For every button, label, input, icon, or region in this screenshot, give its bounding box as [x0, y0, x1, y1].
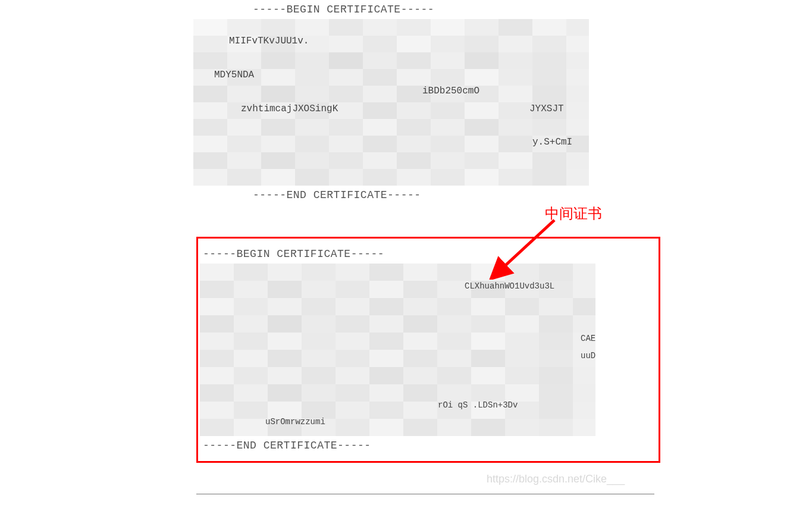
svg-rect-136	[268, 281, 302, 298]
svg-rect-241	[573, 419, 595, 436]
svg-rect-9	[465, 19, 499, 36]
svg-rect-50	[227, 86, 261, 102]
svg-rect-214	[471, 384, 505, 402]
cert1-begin-line: -----BEGIN CERTIFICATE-----	[253, 4, 660, 15]
svg-rect-188	[403, 350, 437, 367]
svg-rect-172	[268, 333, 302, 350]
cert1-fragment-b: MDY5NDA	[214, 70, 254, 80]
svg-rect-151	[369, 298, 403, 315]
svg-rect-107	[532, 152, 566, 169]
svg-rect-211	[369, 384, 403, 402]
svg-rect-170	[200, 333, 234, 350]
svg-rect-3	[261, 19, 295, 36]
svg-rect-145	[573, 281, 595, 298]
svg-rect-86	[227, 136, 261, 152]
svg-rect-236	[403, 419, 437, 436]
watermark-text: https://blog.csdn.net/Cike___	[487, 473, 625, 485]
svg-rect-177	[437, 333, 471, 350]
svg-rect-165	[437, 315, 471, 333]
svg-rect-202	[471, 367, 505, 384]
svg-rect-41	[329, 69, 363, 86]
svg-rect-108	[566, 152, 589, 169]
svg-rect-234	[336, 419, 369, 436]
cert1-fragment-c: iBDb250cmO	[422, 86, 479, 96]
svg-rect-5	[329, 19, 363, 36]
svg-rect-106	[499, 152, 532, 169]
svg-rect-222	[336, 402, 369, 419]
svg-rect-163	[369, 315, 403, 333]
svg-rect-46	[499, 69, 532, 86]
svg-rect-230	[200, 419, 234, 436]
svg-rect-203	[505, 367, 539, 384]
svg-rect-58	[499, 86, 532, 102]
cert2-fragment-i: uuD	[581, 351, 595, 360]
svg-rect-207	[234, 384, 268, 402]
svg-rect-119	[532, 169, 566, 186]
svg-rect-164	[403, 315, 437, 333]
svg-rect-125	[302, 264, 336, 281]
svg-rect-102	[363, 152, 397, 169]
svg-rect-80	[431, 119, 465, 136]
svg-rect-68	[431, 102, 465, 119]
svg-rect-168	[539, 315, 573, 333]
svg-rect-48	[566, 69, 589, 86]
svg-rect-30	[363, 52, 397, 69]
svg-rect-217	[573, 384, 595, 402]
svg-rect-76	[295, 119, 329, 136]
svg-rect-208	[268, 384, 302, 402]
svg-rect-216	[539, 384, 573, 402]
svg-rect-183	[234, 350, 268, 367]
svg-rect-128	[403, 264, 437, 281]
cert2-fragment-h: CAE	[581, 334, 595, 343]
svg-rect-132	[539, 264, 573, 281]
svg-rect-34	[499, 52, 532, 69]
svg-rect-101	[329, 152, 363, 169]
svg-rect-173	[302, 333, 336, 350]
svg-rect-129	[437, 264, 471, 281]
svg-rect-174	[336, 333, 369, 350]
svg-rect-204	[539, 367, 573, 384]
svg-rect-21	[465, 36, 499, 52]
svg-rect-221	[302, 402, 336, 419]
cert1-mosaic: MIIFvTKvJUU1v. MDY5NDA iBDb250cmO zvhtim…	[193, 19, 586, 186]
svg-rect-169	[573, 315, 595, 333]
svg-rect-47	[532, 69, 566, 86]
svg-rect-54	[363, 86, 397, 102]
svg-rect-75	[261, 119, 295, 136]
svg-rect-187	[369, 350, 403, 367]
svg-rect-81	[465, 119, 499, 136]
svg-rect-82	[499, 119, 532, 136]
svg-rect-209	[302, 384, 336, 402]
svg-rect-109	[193, 169, 227, 186]
svg-rect-199	[369, 367, 403, 384]
svg-rect-20	[431, 36, 465, 52]
certificate-block-2-highlighted: -----BEGIN CERTIFICATE-----	[196, 237, 660, 463]
svg-rect-52	[295, 86, 329, 102]
svg-rect-28	[295, 52, 329, 69]
svg-rect-92	[431, 136, 465, 152]
svg-rect-100	[295, 152, 329, 169]
cert1-end-line: -----END CERTIFICATE-----	[253, 189, 660, 201]
svg-rect-49	[193, 86, 227, 102]
svg-rect-167	[505, 315, 539, 333]
cert2-begin-line: -----BEGIN CERTIFICATE-----	[203, 248, 654, 260]
svg-rect-18	[363, 36, 397, 52]
svg-rect-157	[573, 298, 595, 315]
svg-rect-185	[302, 350, 336, 367]
svg-rect-31	[397, 52, 431, 69]
svg-rect-61	[193, 102, 227, 119]
svg-rect-77	[329, 119, 363, 136]
svg-rect-224	[403, 402, 437, 419]
svg-rect-184	[268, 350, 302, 367]
svg-rect-198	[336, 367, 369, 384]
svg-rect-182	[200, 350, 234, 367]
svg-rect-72	[566, 102, 589, 119]
svg-rect-131	[505, 264, 539, 281]
svg-rect-228	[539, 402, 573, 419]
svg-rect-126	[336, 264, 369, 281]
svg-rect-7	[397, 19, 431, 36]
annotation-label: 中间证书	[545, 204, 602, 223]
svg-rect-91	[397, 136, 431, 152]
svg-rect-118	[499, 169, 532, 186]
svg-rect-93	[465, 136, 499, 152]
